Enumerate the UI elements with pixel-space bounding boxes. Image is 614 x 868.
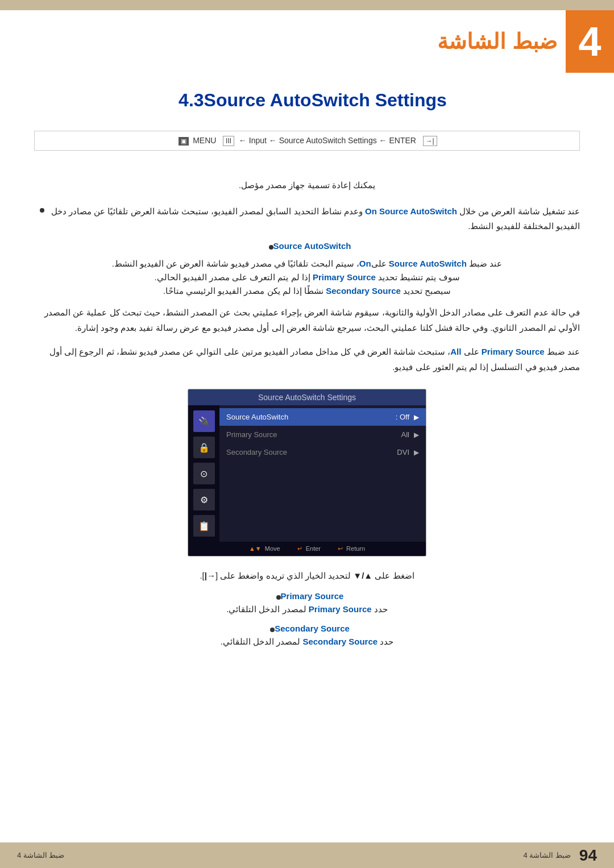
source-autoswitch-ref: Source AutoSwitch: [389, 259, 467, 268]
page-footer: ضبط الشاشة 4 ضبط الشاشة 4 94: [0, 842, 614, 868]
sidebar-icon-1: 🔌: [193, 410, 215, 432]
primary-source-heading: Primary Source: [281, 591, 344, 601]
footer-chapter-left: ضبط الشاشة 4: [17, 851, 64, 859]
primary-source-desc-ref: Primary Source: [309, 604, 372, 614]
secondary-source-bullet: Secondary Source: [34, 624, 580, 633]
source-autoswitch-bullet: Source AutoSwitch: [34, 241, 580, 251]
section-number: 4.3: [179, 90, 204, 111]
chapter-header: ضبط الشاشة 4: [0, 10, 614, 73]
menu-arrow-1: ▶: [414, 431, 419, 439]
footer-right: ضبط الشاشة 4 94: [523, 846, 597, 865]
bullet-dot-sub: [269, 245, 273, 250]
primary-source-activate: سوف يتم تنشيط تحديد Primary Source إذا ل…: [34, 272, 580, 283]
menu-icon: ▣: [179, 137, 189, 146]
menu-items-area: Source AutoSwitch : Off ▶ Primary Source…: [219, 405, 426, 542]
highlight-on-source: On Source AutoSwitch: [365, 206, 457, 216]
primary-source-ref-1: Primary Source: [313, 272, 376, 282]
section-heading: 4.3 Source AutoSwitch Settings: [34, 90, 580, 111]
menu-sidebar: 🔌 🔒 ⊙ ⚙ 📋 Source AutoSwitch : Off ▶ Prim…: [188, 405, 426, 542]
menu-item-2: Secondary Source DVI ▶: [219, 443, 426, 461]
menu-item-label-0: Source AutoSwitch: [226, 413, 396, 421]
chapter-title-arabic: ضبط الشاشة: [437, 29, 557, 54]
sidebar-icon-3: ⊙: [193, 463, 215, 484]
secondary-source-ref-1: Secondary Source: [326, 286, 401, 296]
menu-screenshot: Source AutoSwitch Settings 🔌 🔒 ⊙ ⚙ 📋 Sou…: [188, 389, 426, 556]
bullet-text-1: عند تشغيل شاشة العرض من خلال On Source A…: [44, 204, 580, 233]
menu-arrow-2: ▶: [414, 448, 419, 456]
bullet-item-1: عند تشغيل شاشة العرض من خلال On Source A…: [34, 204, 580, 233]
sidebar-icon-5: 📋: [193, 515, 215, 537]
primary-source-bullet: Primary Source: [34, 591, 580, 601]
menu-item-label-1: Primary Source: [226, 430, 401, 439]
arabic-intro: يمكنك إعادة تسمية جهاز مصدر مؤصل.: [34, 177, 580, 193]
nav-path: ▣ MENU III ← Input ← Source AutoSwitch S…: [34, 131, 580, 151]
bullet-dot-1: [40, 208, 44, 213]
menu-item-value-0: : Off: [396, 413, 409, 421]
menu-item-label-2: Secondary Source: [226, 448, 397, 456]
bottom-return: ↩ Return: [338, 545, 365, 553]
sidebar-icons: 🔌 🔒 ⊙ ⚙ 📋: [188, 405, 219, 542]
secondary-source-heading: Secondary Source: [275, 624, 350, 633]
secondary-source-desc: حدد Secondary Source لمصدر الدخل التلقائ…: [34, 637, 580, 647]
secondary-source-desc-ref: Secondary Source: [302, 637, 377, 646]
top-decorative-bar: [0, 0, 614, 10]
search-desc-paragraph: في حالة عدم التعرف على مصادر الدخل الأول…: [34, 305, 580, 335]
menu-bottom-bar: ▲▼ Move ↵ Enter ↩ Return: [188, 542, 426, 556]
footer-chapter-label: ضبط الشاشة 4: [523, 851, 570, 859]
menu-title-bar: Source AutoSwitch Settings: [188, 389, 426, 405]
sidebar-icon-2: 🔒: [193, 437, 215, 458]
primary-source-desc: حدد Primary Source لمصدر الدخل التلقائي.: [34, 604, 580, 614]
main-content: 4.3 Source AutoSwitch Settings ▣ MENU II…: [0, 73, 614, 684]
press-instruction: اضغط على ▲/▼ لتحديد الخيار الذي تريده وا…: [34, 571, 580, 581]
primary-all-desc-paragraph: عند ضبط Primary Source على All، ستبحث شا…: [34, 344, 580, 375]
nav-path-container: ▣ MENU III ← Input ← Source AutoSwitch S…: [34, 131, 580, 165]
primary-source-ref-2: Primary Source: [482, 347, 545, 356]
bullet-dot-secondary: [270, 628, 275, 632]
footer-left-text: ضبط الشاشة 4: [17, 851, 64, 859]
sidebar-icon-4: ⚙: [193, 489, 215, 510]
secondary-source-activate: سيصبح تحديد Secondary Source نشطًا إذا ل…: [34, 286, 580, 296]
section-title: Source AutoSwitch Settings: [204, 90, 447, 111]
on-ref: On: [359, 259, 371, 268]
chapter-number: 4: [578, 18, 601, 65]
bottom-enter: ↵ Enter: [297, 545, 321, 553]
bullet-dot-primary: [276, 595, 281, 600]
all-ref: All: [450, 347, 461, 356]
menu-item-value-2: DVI: [397, 448, 409, 456]
chapter-number-box: 4: [566, 10, 614, 73]
bottom-move: ▲▼ Move: [249, 545, 280, 553]
source-autoswitch-label: Source AutoSwitch: [273, 241, 351, 251]
menu-item-0: Source AutoSwitch : Off ▶: [219, 408, 426, 426]
footer-page-number: 94: [579, 846, 597, 865]
menu-item-1: Primary Source All ▶: [219, 426, 426, 443]
autoswitch-desc: عند ضبط Source AutoSwitch علىOn، سيتم ال…: [34, 259, 580, 269]
menu-item-value-1: All: [401, 430, 409, 439]
menu-arrow-0: ▶: [414, 413, 419, 421]
